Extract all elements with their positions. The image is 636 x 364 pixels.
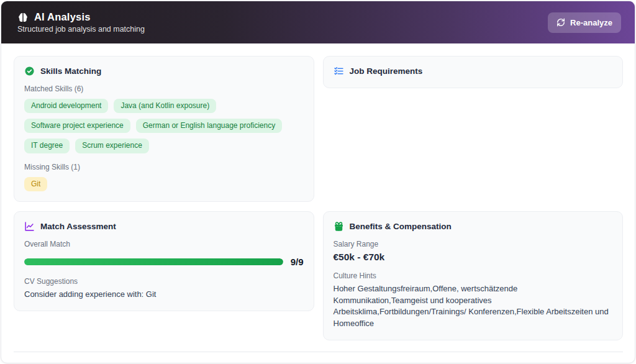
check-circle-icon: [24, 66, 35, 76]
reanalyze-button-label: Re-analyze: [570, 18, 612, 27]
header-text-block: AI Analysis Structured job analysis and …: [17, 11, 145, 34]
overall-match-progress: 9/9: [24, 257, 304, 267]
matched-skill-chip: Software project experience: [24, 119, 130, 133]
matched-skills-label: Matched Skills (6): [24, 84, 304, 93]
relevance-analysis-section: Relevance Analysis Strong overall match …: [1, 352, 635, 363]
culture-hints-text: Hoher Gestaltungsfreiraum,Offene, wertsc…: [334, 283, 613, 330]
matched-skill-chip: German or English language proficiency: [136, 119, 282, 133]
overall-match-bar-fill: [24, 258, 283, 265]
matched-skill-chip: Scrum experience: [75, 139, 149, 153]
reanalyze-button[interactable]: Re-analyze: [548, 12, 621, 33]
page-title: AI Analysis: [34, 11, 91, 23]
missing-skills-label: Missing Skills (1): [24, 163, 304, 171]
header: AI Analysis Structured job analysis and …: [1, 1, 635, 43]
overall-match-bar-track: [24, 258, 283, 265]
job-requirements-title: Job Requirements: [350, 66, 423, 76]
overall-match-score: 9/9: [291, 257, 304, 267]
refresh-icon: [556, 18, 565, 27]
matched-skill-chip: IT degree: [24, 139, 70, 153]
page-subtitle: Structured job analysis and matching: [17, 25, 145, 34]
benefits-card: Benefits & Compensation Salary Range €50…: [323, 211, 624, 340]
cards-grid: Skills Matching Matched Skills (6) Andro…: [14, 56, 623, 340]
job-requirements-card: Job Requirements: [323, 56, 624, 88]
brain-icon: [17, 12, 29, 23]
chart-line-icon: [24, 221, 35, 232]
skills-matching-title: Skills Matching: [40, 66, 101, 76]
gift-icon: [334, 221, 344, 232]
culture-hints-label: Culture Hints: [334, 271, 613, 280]
salary-range-value: €50k - €70k: [334, 252, 613, 263]
skills-matching-card: Skills Matching Matched Skills (6) Andro…: [14, 56, 314, 202]
cv-suggestion-text: Consider adding experience with: Git: [24, 289, 304, 301]
matched-skill-chip: Android development: [24, 99, 108, 113]
ai-analysis-panel: AI Analysis Structured job analysis and …: [1, 1, 635, 363]
missing-skills-list: Git: [24, 177, 304, 191]
content: Skills Matching Matched Skills (6) Andro…: [1, 43, 635, 352]
list-checks-icon: [334, 66, 344, 76]
cv-suggestions-label: CV Suggestions: [24, 277, 304, 286]
overall-match-label: Overall Match: [24, 240, 304, 248]
matched-skills-list: Android developmentJava (and Kotlin expo…: [24, 99, 304, 153]
missing-skill-chip: Git: [24, 177, 47, 191]
match-assessment-title: Match Assessment: [40, 222, 116, 231]
matched-skill-chip: Java (and Kotlin exposure): [114, 99, 216, 113]
match-assessment-card: Match Assessment Overall Match 9/9 CV Su…: [14, 211, 314, 311]
benefits-title: Benefits & Compensation: [350, 222, 452, 231]
salary-range-label: Salary Range: [334, 240, 613, 248]
